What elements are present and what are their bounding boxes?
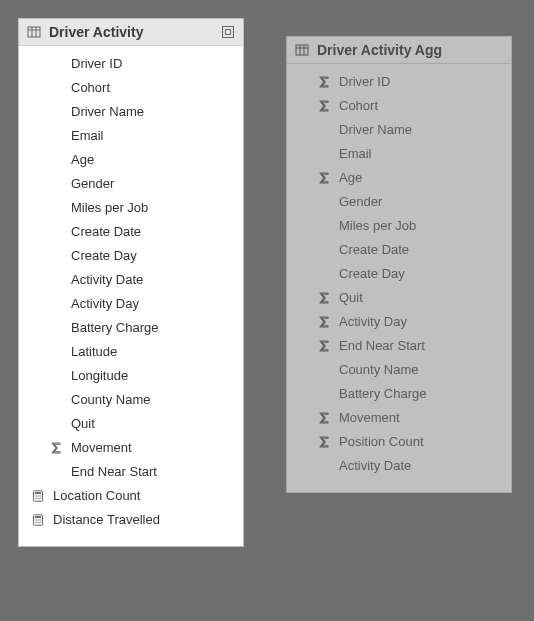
field-label: Quit — [65, 412, 95, 436]
sigma-icon — [315, 292, 333, 304]
field-row[interactable]: Create Day — [29, 244, 233, 268]
svg-rect-22 — [296, 45, 308, 55]
field-row[interactable]: End Near Start — [297, 334, 501, 358]
field-label: Create Date — [333, 238, 409, 262]
svg-point-17 — [37, 519, 38, 520]
field-row[interactable]: Activity Date — [29, 268, 233, 292]
panel-title: Driver Activity Agg — [317, 42, 503, 58]
group-icon — [221, 25, 235, 39]
field-label: Cohort — [333, 94, 378, 118]
svg-point-16 — [35, 519, 36, 520]
sigma-icon — [47, 442, 65, 454]
sigma-icon — [315, 316, 333, 328]
field-label: Cohort — [65, 76, 110, 100]
field-row[interactable]: Miles per Job — [29, 196, 233, 220]
field-label: Create Date — [65, 220, 141, 244]
svg-point-12 — [37, 498, 38, 499]
field-row[interactable]: Quit — [297, 286, 501, 310]
svg-rect-5 — [226, 30, 231, 35]
field-row[interactable]: Quit — [29, 412, 233, 436]
field-row[interactable]: Create Date — [297, 238, 501, 262]
field-row[interactable]: Activity Date — [297, 454, 501, 478]
field-row[interactable]: Driver ID — [29, 52, 233, 76]
field-row[interactable]: Cohort — [297, 94, 501, 118]
field-row[interactable]: Longitude — [29, 364, 233, 388]
field-label: Activity Date — [333, 454, 411, 478]
field-label: End Near Start — [333, 334, 425, 358]
field-label: Activity Date — [65, 268, 143, 292]
field-label: Battery Charge — [65, 316, 158, 340]
field-row[interactable]: County Name — [29, 388, 233, 412]
sigma-icon — [315, 436, 333, 448]
model-canvas: Driver Activity Driver IDCohortDriver Na… — [18, 18, 516, 547]
field-label: Battery Charge — [333, 382, 426, 406]
svg-point-9 — [37, 495, 38, 496]
field-label: Driver ID — [333, 70, 390, 94]
field-row[interactable]: Cohort — [29, 76, 233, 100]
field-label: Miles per Job — [65, 196, 148, 220]
field-row[interactable]: Miles per Job — [297, 214, 501, 238]
table-panel-driver-activity-agg[interactable]: Driver Activity Agg Driver IDCohortDrive… — [286, 36, 512, 493]
field-row[interactable]: Driver Name — [297, 118, 501, 142]
field-label: Longitude — [65, 364, 128, 388]
field-label: Movement — [333, 406, 400, 430]
sigma-icon — [315, 412, 333, 424]
field-label: Location Count — [47, 484, 140, 508]
field-label: County Name — [65, 388, 150, 412]
field-label: County Name — [333, 358, 418, 382]
calculator-icon — [29, 514, 47, 526]
svg-point-18 — [39, 519, 40, 520]
sigma-icon — [315, 76, 333, 88]
field-label: Latitude — [65, 340, 117, 364]
field-label: Position Count — [333, 430, 424, 454]
calculator-icon — [29, 490, 47, 502]
field-label: Email — [333, 142, 372, 166]
field-row[interactable]: Position Count — [297, 430, 501, 454]
field-row[interactable]: Gender — [297, 190, 501, 214]
field-row[interactable]: Driver Name — [29, 100, 233, 124]
field-label: Quit — [333, 286, 363, 310]
field-label: Email — [65, 124, 104, 148]
field-label: Activity Day — [65, 292, 139, 316]
table-icon — [295, 43, 309, 57]
field-row[interactable]: Age — [29, 148, 233, 172]
field-label: Driver ID — [65, 52, 122, 76]
field-row[interactable]: Latitude — [29, 340, 233, 364]
field-label: Driver Name — [333, 118, 412, 142]
field-row[interactable]: Movement — [29, 436, 233, 460]
field-label: Age — [333, 166, 362, 190]
field-label: Activity Day — [333, 310, 407, 334]
field-row[interactable]: Email — [297, 142, 501, 166]
field-row[interactable]: Activity Day — [297, 310, 501, 334]
svg-rect-15 — [35, 516, 41, 518]
svg-point-20 — [37, 522, 38, 523]
svg-point-8 — [35, 495, 36, 496]
field-row[interactable]: Distance Travelled — [29, 508, 233, 532]
panel-header[interactable]: Driver Activity Agg — [287, 37, 511, 64]
field-list: Driver IDCohortDriver NameEmailAgeGender… — [19, 46, 243, 546]
field-row[interactable]: Gender — [29, 172, 233, 196]
field-row[interactable]: Battery Charge — [29, 316, 233, 340]
field-row[interactable]: Battery Charge — [297, 382, 501, 406]
field-row[interactable]: Create Day — [297, 262, 501, 286]
sigma-icon — [315, 340, 333, 352]
table-panel-driver-activity[interactable]: Driver Activity Driver IDCohortDriver Na… — [18, 18, 244, 547]
table-icon — [27, 25, 41, 39]
panel-title: Driver Activity — [49, 24, 215, 40]
svg-point-21 — [39, 522, 40, 523]
field-row[interactable]: Email — [29, 124, 233, 148]
field-label: Gender — [65, 172, 114, 196]
field-row[interactable]: Location Count — [29, 484, 233, 508]
field-row[interactable]: Activity Day — [29, 292, 233, 316]
svg-rect-4 — [223, 27, 234, 38]
field-row[interactable]: Movement — [297, 406, 501, 430]
panel-header[interactable]: Driver Activity — [19, 19, 243, 46]
field-row[interactable]: End Near Start — [29, 460, 233, 484]
field-row[interactable]: Create Date — [29, 220, 233, 244]
field-row[interactable]: County Name — [297, 358, 501, 382]
svg-rect-0 — [28, 27, 40, 37]
field-row[interactable]: Driver ID — [297, 70, 501, 94]
field-label: Miles per Job — [333, 214, 416, 238]
field-row[interactable]: Age — [297, 166, 501, 190]
field-label: Create Day — [333, 262, 405, 286]
